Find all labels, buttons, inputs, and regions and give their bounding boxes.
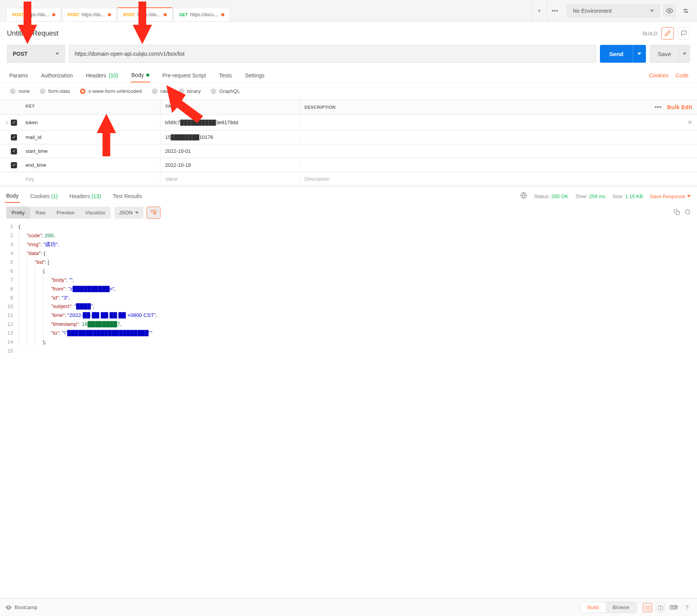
copy-icon[interactable] [674,209,680,217]
settings-sliders-icon[interactable] [679,4,692,17]
bulk-edit-link[interactable]: Bulk Edit [667,104,692,110]
unsaved-dot-icon [164,13,167,16]
request-tab[interactable]: GEThttps://docs.... [173,8,230,21]
response-tab-test-results[interactable]: Test Results [111,190,144,202]
row-checkbox[interactable]: ✓ [11,162,17,168]
param-key[interactable]: start_time [21,144,160,158]
url-input[interactable] [69,45,596,63]
param-key[interactable]: mail_id [21,130,160,144]
column-description: DESCRIPTION [304,105,336,110]
caret-down-icon [637,53,641,55]
param-desc[interactable] [299,133,697,141]
environment-preview-icon[interactable] [663,4,676,17]
param-desc[interactable] [299,161,697,169]
new-tab-button[interactable]: + [531,0,547,21]
tab-headers[interactable]: Headers (10) [85,68,119,82]
param-desc[interactable] [299,147,697,155]
svg-rect-8 [676,211,680,215]
tab-tests[interactable]: Tests [219,68,233,82]
param-key[interactable]: end_time [21,158,160,172]
comment-icon[interactable] [678,27,690,39]
param-key[interactable]: token [21,116,160,129]
param-value[interactable]: 2022-10-01 [160,144,299,158]
tabs-container: POSThttps://do...POSThttps://do...POSTht… [0,0,531,21]
save-response-button[interactable]: Save Response [650,193,691,199]
response-body-viewer[interactable]: { "code": 200, "msg": "成功", "data": { "l… [19,222,697,356]
send-button[interactable]: Send [600,45,633,63]
request-tab[interactable]: POSThttps://do... [118,7,173,21]
row-checkbox[interactable]: ✓ [11,134,17,140]
view-visualize[interactable]: Visualize [80,207,111,219]
build-link[interactable]: BUILD [643,31,658,36]
view-pretty[interactable]: Pretty [6,207,30,219]
environment-label: No Environment [573,8,612,14]
body-type-none[interactable]: none [10,88,30,94]
new-key-input[interactable]: Key [21,172,160,186]
edit-icon[interactable] [661,27,674,39]
view-raw[interactable]: Raw [30,207,51,219]
format-select[interactable]: JSON [114,207,144,219]
param-value[interactable]: 15████████10176 [160,130,299,144]
svg-point-9 [685,210,690,214]
caret-down-icon [650,10,654,12]
request-tab[interactable]: POSThttps://do... [62,8,117,21]
body-type-raw[interactable]: raw [152,88,169,94]
table-row: ✓ mail_id 15████████10176 [0,130,697,144]
table-row: ✓ start_time 2022-10-01 [0,144,697,158]
save-dropdown[interactable] [679,45,690,63]
svg-line-10 [689,213,690,214]
body-type-graphql[interactable]: GraphQL [211,88,240,94]
new-value-input[interactable]: Value [160,172,299,186]
row-checkbox[interactable]: ✓ [11,148,17,154]
request-title[interactable]: Untitled Request [7,29,58,38]
view-mode-toggle: Pretty Raw Preview Visualize [6,207,111,219]
body-type-binary[interactable]: binary [179,88,201,94]
status-line: Status: 200 OK [534,193,568,199]
param-value[interactable]: 2022-10-19 [160,158,299,172]
method-label: POST [13,51,27,57]
search-icon[interactable] [685,209,691,217]
response-tab-cookies[interactable]: Cookies (1) [29,190,60,202]
param-value[interactable]: b56fc7██████████3e8179dd [160,116,299,129]
response-tab-headers[interactable]: Headers (13) [68,190,103,202]
unsaved-dot-icon [52,13,55,16]
network-icon[interactable] [520,192,527,200]
column-options-icon[interactable]: ••• [655,104,662,111]
code-link[interactable]: Code [676,72,688,79]
size-line: Size: 1.15 KB [612,193,643,199]
method-badge: POST [123,12,135,17]
save-button[interactable]: Save [650,45,679,63]
green-dot-icon [146,74,149,77]
time-line: Time: 259 ms [575,193,605,199]
cookies-link[interactable]: Cookies [649,72,669,79]
tab-overflow-button[interactable]: ••• [547,0,562,21]
caret-down-icon [683,53,687,55]
caret-down-icon [55,53,59,55]
method-select[interactable]: POST [7,45,65,63]
param-desc[interactable]: ✕ [299,115,697,130]
wrap-lines-button[interactable] [147,207,161,219]
line-gutter: 123456789101112131415 [6,222,19,356]
table-row: ✓ end_time 2022-10-19 [0,158,697,172]
new-desc-input[interactable]: Description [299,172,697,186]
environment-select[interactable]: No Environment [567,4,660,17]
method-badge: GET [179,12,188,17]
response-tab-body[interactable]: Body [5,190,20,203]
unsaved-dot-icon [108,13,111,16]
delete-row-icon[interactable]: ✕ [687,119,692,126]
send-dropdown[interactable] [633,45,646,63]
view-preview[interactable]: Preview [51,207,80,219]
tab-prerequest[interactable]: Pre-request Script [162,68,207,82]
body-type-form-data[interactable]: form-data [40,88,70,94]
drag-handle-icon[interactable]: ≡ [5,120,9,126]
request-tab[interactable]: POSThttps://do... [6,8,61,21]
tab-body[interactable]: Body [131,68,150,82]
method-badge: POST [12,12,24,17]
tab-authorization[interactable]: Authorization [40,68,73,82]
row-checkbox[interactable]: ✓ [11,120,17,126]
svg-point-4 [686,11,687,12]
table-row: ≡✓ token b56fc7██████████3e8179dd ✕ [0,115,697,130]
tab-settings[interactable]: Settings [244,68,265,82]
body-type-urlencoded[interactable]: x-www-form-urlencoded [80,88,142,94]
tab-params[interactable]: Params [9,68,29,82]
